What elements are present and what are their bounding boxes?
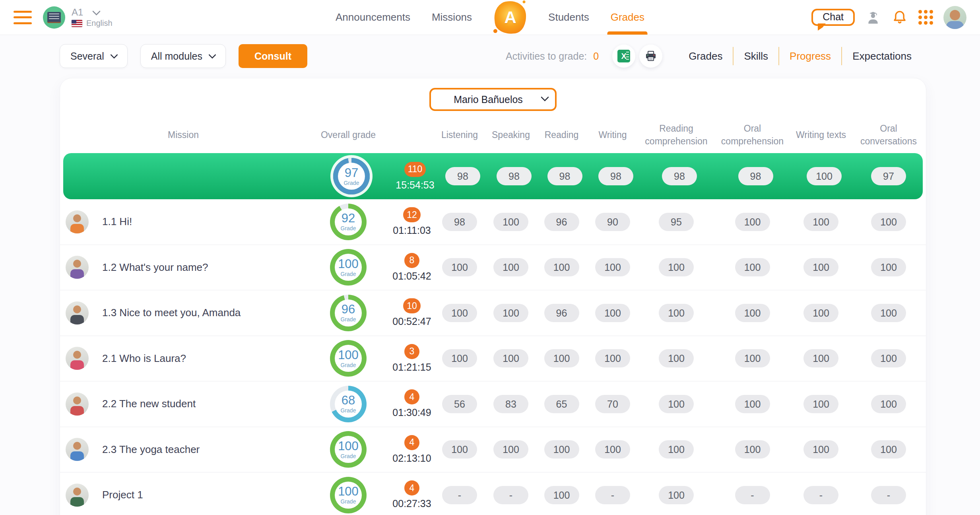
nav-item-students[interactable]: Students [548,0,589,35]
main-nav: AnnouncementsMissions A StudentsGrades [336,0,644,35]
score-pill: 100 [659,395,694,413]
score-pill: 100 [493,440,528,459]
score-cell: 100 [536,440,587,459]
mission-cell: 1.1 Hi! [60,210,307,233]
mission-row[interactable]: 1.2 What's your name? 100 Grade 8 01:05:… [60,245,926,291]
overall-grade-cell: 100 Grade [307,340,390,377]
mission-row[interactable]: Project 1 100 Grade 4 00:27:33 --100-100… [60,472,926,515]
score-pill: 100 [735,349,770,367]
score-cell: 100 [434,349,485,367]
mission-row[interactable]: 2.1 Who is Laura? 100 Grade 3 01:21:15 1… [60,336,926,382]
excel-export-icon[interactable]: X [612,45,635,68]
chat-button[interactable]: Chat [811,9,855,26]
score-cell: - [587,486,638,504]
mission-row[interactable]: 1.1 Hi! 92 Grade 12 01:11:03 98100969095… [60,199,926,245]
score-cell: 100 [536,486,587,504]
chevron-down-icon[interactable] [92,7,101,15]
score-pill: 100 [493,349,528,367]
grade-donut: 68 Grade [330,386,367,422]
score-pill: 98 [497,167,532,185]
class-avatar [43,6,65,29]
nav-item-grades[interactable]: Grades [611,0,644,35]
score-cell: 100 [714,395,791,413]
score-pill: - [442,486,477,504]
score-cell: 98 [717,167,794,185]
activity-count-badge: 3 [404,344,419,359]
tab-skills[interactable]: Skills [734,48,778,65]
score-cell: 98 [539,167,590,185]
filter-dropdown-several[interactable]: Several [60,44,128,68]
score-pill: 100 [595,258,630,276]
mission-row[interactable]: 2.3 The yoga teacher 100 Grade 4 02:13:1… [60,427,926,473]
nav-item-missions[interactable]: Missions [432,0,472,35]
tab-expectations[interactable]: Expectations [842,48,922,65]
score-cell: 100 [851,440,926,459]
column-header-speaking: Speaking [485,128,536,141]
score-pill: - [595,486,630,504]
score-pill: 100 [871,395,906,413]
score-pill: 95 [659,213,694,231]
apps-grid-icon[interactable] [918,10,933,25]
mission-title: 2.2 The new student [102,398,196,410]
score-pill: 100 [544,440,579,459]
overall-grade-cell: 68 Grade [307,386,390,422]
score-pill: 100 [544,258,579,276]
score-pill: 100 [659,304,694,322]
score-cell: 100 [638,258,714,276]
score-pill: 100 [803,395,838,413]
score-cell: 100 [485,440,536,459]
app-logo-letter: A [504,8,516,27]
score-pill: 83 [493,395,528,413]
grade-label: Grade [344,180,359,186]
score-pill: 100 [807,167,842,185]
time-spent: 01:05:42 [392,270,431,282]
score-cell: 100 [536,258,587,276]
activity-count-badge: 4 [404,435,419,450]
column-header-reading: Reading [536,128,587,141]
score-pill: 100 [871,304,906,322]
score-cell: 100 [587,440,638,459]
activity-count-badge: 12 [403,207,421,222]
us-flag-icon [72,20,82,27]
two-people-talking-avatar [66,256,89,279]
bell-icon[interactable] [891,9,908,26]
time-cell: 4 01:30:49 [390,389,434,418]
graduate-person-icon[interactable] [865,10,881,25]
grades-card: Mario Bañuelos MissionOverall gradeListe… [60,78,926,515]
score-pill: 98 [442,213,477,231]
mission-row[interactable]: 1.3 Nice to meet you, Amanda 96 Grade 10… [60,290,926,336]
score-pill: 98 [738,167,773,185]
column-header-reading-comprehension: Reading comprehension [638,122,714,148]
hamburger-icon[interactable] [14,11,32,24]
grade-value: 100 [338,258,359,270]
chevron-down-icon [110,51,118,59]
student-select[interactable]: Mario Bañuelos [429,88,557,111]
score-cell: 100 [434,304,485,322]
score-pill: 100 [803,213,838,231]
consult-button[interactable]: Consult [239,44,307,68]
app-logo[interactable]: A [493,0,528,35]
user-avatar[interactable] [943,6,966,29]
time-spent: 01:30:49 [392,407,431,418]
score-cell: 56 [434,395,485,413]
tab-grades[interactable]: Grades [678,48,733,65]
activity-count-badge: 4 [404,480,419,496]
score-cell: 100 [587,304,638,322]
tab-progress[interactable]: Progress [779,48,841,65]
chevron-down-icon [208,51,216,59]
grade-label: Grade [341,362,356,368]
mission-row[interactable]: 2.2 The new student 68 Grade 4 01:30:49 … [60,381,926,427]
score-pill: 70 [595,395,630,413]
score-cell: 100 [851,258,926,276]
nav-item-announcements[interactable]: Announcements [336,0,410,35]
score-cell: - [791,486,851,504]
score-cell: 100 [851,213,926,231]
column-header-mission: Mission [60,128,307,141]
filter-dropdown-all-modules[interactable]: All modules [140,44,226,68]
score-cell: 100 [791,349,851,367]
woman-question-mark-avatar [66,347,89,370]
overall-grade-cell: 97 Grade [310,158,393,194]
class-selector[interactable]: A1 English [43,6,113,29]
time-cell: 4 00:27:33 [390,480,434,509]
printer-icon[interactable] [639,45,662,68]
